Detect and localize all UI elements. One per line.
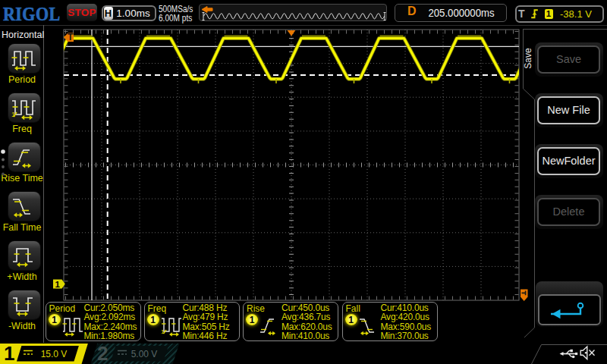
svg-text:1: 1	[55, 280, 61, 289]
svg-text:T: T	[68, 32, 74, 42]
svg-text:1: 1	[161, 328, 165, 335]
